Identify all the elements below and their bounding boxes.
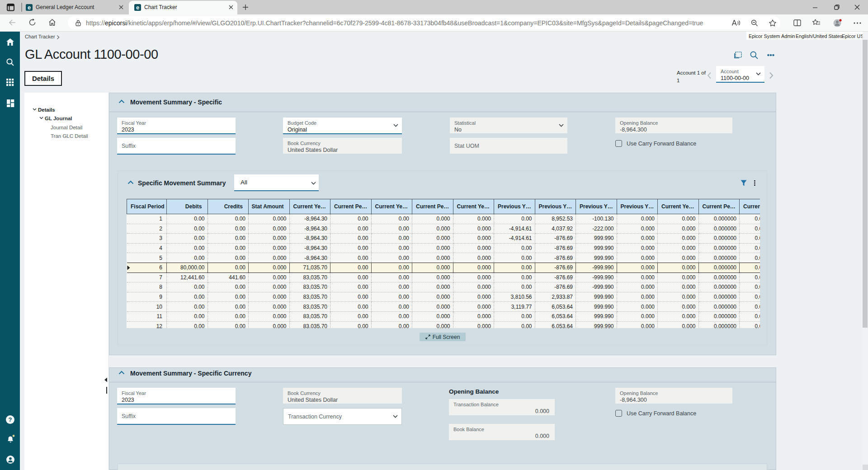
svg-text:e: e (28, 4, 31, 11)
svg-text:e: e (136, 4, 139, 11)
svg-text:?: ? (9, 416, 12, 423)
